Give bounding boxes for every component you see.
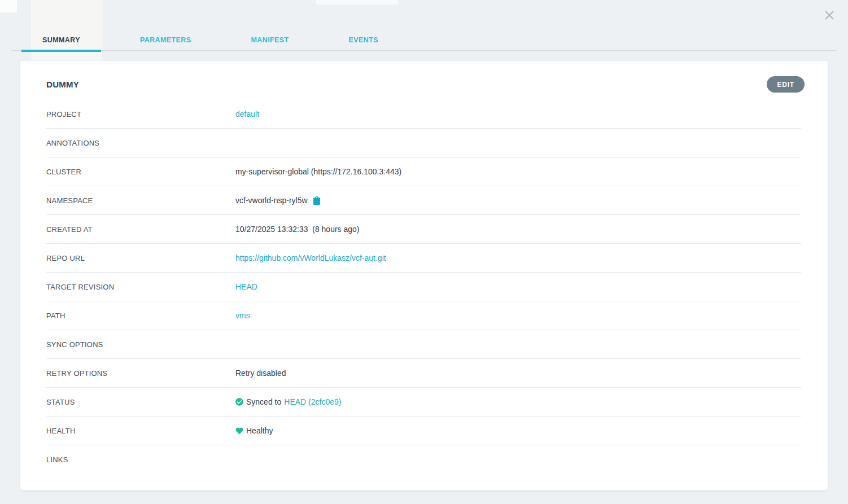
row-status: STATUS Synced to HEAD (2cfc0e9)	[46, 388, 801, 417]
target-revision-link[interactable]: HEAD	[235, 282, 257, 291]
tab-parameters[interactable]: PARAMETERS	[110, 28, 221, 52]
app-details-panel: SUMMARY PARAMETERS MANIFEST EVENTS DUMMY…	[0, 0, 848, 504]
row-links: LINKS	[46, 445, 801, 474]
retry-options-value: Retry disabled	[235, 369, 286, 378]
project-link[interactable]: default	[235, 109, 259, 119]
summary-card: DUMMY EDIT PROJECT default ANNOTATIONS C…	[20, 61, 828, 490]
tab-events[interactable]: EVENTS	[319, 28, 408, 52]
row-path: PATH vms	[46, 301, 801, 330]
heart-icon	[235, 427, 243, 435]
row-label: PROJECT	[46, 110, 235, 119]
row-created-at: CREATED AT 10/27/2025 13:32:33 (8 hours …	[46, 215, 801, 244]
status-revision-link[interactable]: HEAD (2cfc0e9)	[284, 397, 341, 406]
close-icon	[824, 10, 834, 20]
health-text: Healthy	[246, 426, 273, 435]
row-health: HEALTH Healthy	[46, 417, 801, 445]
row-annotations: ANNOTATIONS	[46, 129, 801, 157]
background-artifact	[0, 0, 17, 12]
close-button[interactable]	[823, 9, 836, 21]
row-label: HEALTH	[46, 427, 235, 435]
row-label: PATH	[46, 312, 235, 320]
row-label: CLUSTER	[46, 168, 235, 176]
card-header: DUMMY EDIT	[20, 61, 828, 100]
check-circle-icon	[235, 398, 243, 406]
row-namespace: NAMESPACE vcf-vworld-nsp-ryl5w	[46, 186, 801, 215]
row-label: STATUS	[46, 398, 235, 406]
row-label: TARGET REVISION	[46, 283, 235, 291]
row-label: RETRY OPTIONS	[46, 369, 235, 378]
tab-manifest[interactable]: MANIFEST	[221, 28, 319, 52]
row-project: PROJECT default	[46, 100, 801, 129]
cluster-value: my-supervisor-global (https://172.16.100…	[235, 167, 401, 176]
status-text: Synced to	[246, 397, 281, 406]
copy-clipboard-icon[interactable]	[313, 196, 320, 205]
row-cluster: CLUSTER my-supervisor-global (https://17…	[46, 157, 801, 186]
row-label: REPO URL	[46, 254, 235, 262]
tab-summary[interactable]: SUMMARY	[12, 28, 110, 52]
created-at-value: 10/27/2025 13:32:33 (8 hours ago)	[235, 225, 360, 234]
repo-url-link[interactable]: https://github.com/vWorldLukasz/vcf-aut.…	[235, 253, 386, 262]
row-label: CREATED AT	[46, 225, 235, 234]
background-artifact	[316, 0, 398, 5]
edit-button[interactable]: EDIT	[767, 76, 805, 93]
tab-bar: SUMMARY PARAMETERS MANIFEST EVENTS	[0, 28, 848, 52]
row-retry-options: RETRY OPTIONS Retry disabled	[46, 359, 801, 388]
row-repo-url: REPO URL https://github.com/vWorldLukasz…	[46, 244, 801, 273]
namespace-value: vcf-vworld-nsp-ryl5w	[235, 196, 308, 205]
row-target-revision: TARGET REVISION HEAD	[46, 273, 801, 301]
row-label: ANNOTATIONS	[46, 139, 235, 147]
app-title: DUMMY	[46, 80, 79, 89]
row-label: NAMESPACE	[46, 196, 235, 205]
row-label: LINKS	[46, 455, 235, 464]
row-label: SYNC OPTIONS	[46, 340, 235, 349]
attribute-rows: PROJECT default ANNOTATIONS CLUSTER my-s…	[46, 100, 801, 474]
row-sync-options: SYNC OPTIONS	[46, 330, 801, 359]
path-link[interactable]: vms	[235, 311, 250, 320]
